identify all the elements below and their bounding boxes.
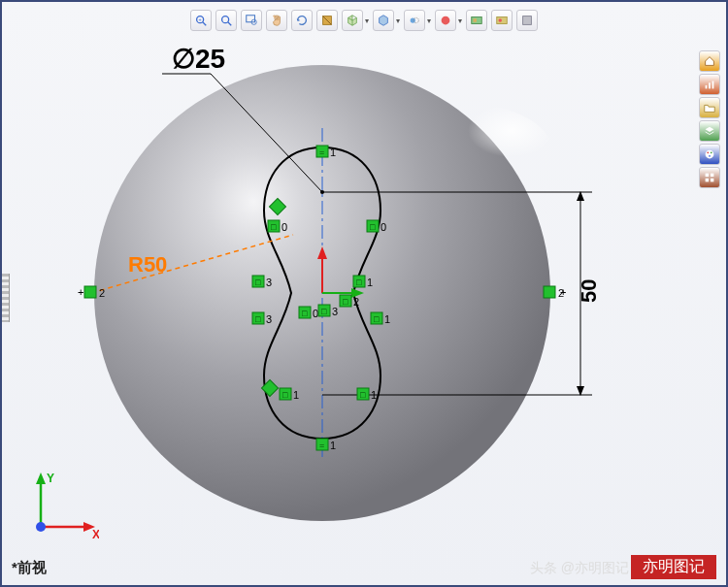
- svg-text:□: □: [282, 390, 288, 400]
- svg-text:□: □: [370, 222, 376, 232]
- svg-text:3: 3: [332, 306, 338, 317]
- svg-text:2: 2: [99, 287, 105, 299]
- svg-text:0: 0: [313, 308, 318, 319]
- svg-rect-24: [706, 174, 710, 178]
- svg-text:1: 1: [293, 389, 299, 401]
- svg-point-3: [222, 16, 229, 23]
- svg-rect-18: [709, 82, 711, 88]
- svg-text:0: 0: [381, 221, 386, 233]
- chart-icon[interactable]: [699, 74, 720, 95]
- dim-height-text: 50: [577, 279, 601, 303]
- svg-text:□: □: [255, 277, 261, 287]
- view-cube-icon[interactable]: [342, 10, 363, 31]
- rotate-icon[interactable]: [291, 10, 313, 31]
- sketch-relation-mid_r1b[interactable]: □1: [371, 312, 390, 325]
- svg-text:3: 3: [266, 277, 272, 288]
- zoom-area-icon[interactable]: [215, 10, 237, 31]
- layers-icon[interactable]: [699, 120, 720, 142]
- svg-line-4: [228, 22, 232, 26]
- svg-point-21: [707, 151, 709, 153]
- sketch-relation-ctr_0[interactable]: □0: [299, 307, 318, 319]
- svg-text:3: 3: [266, 313, 272, 325]
- svg-text:=: =: [319, 440, 324, 450]
- section-icon[interactable]: [316, 10, 338, 31]
- svg-point-20: [706, 150, 714, 159]
- render-icon[interactable]: [491, 10, 513, 31]
- heads-up-toolbar: +▾▾▾▾: [2, 8, 726, 33]
- svg-rect-19: [712, 82, 714, 89]
- svg-text:=: =: [319, 147, 324, 157]
- svg-rect-13: [474, 18, 478, 22]
- app-frame: +▾▾▾▾: [0, 0, 728, 587]
- svg-rect-26: [706, 179, 710, 182]
- svg-text:0: 0: [281, 221, 287, 233]
- view-orientation-label: *前视: [12, 559, 47, 577]
- svg-text:1: 1: [330, 147, 336, 158]
- zoom-fit-icon[interactable]: +: [190, 10, 212, 31]
- svg-rect-17: [706, 85, 708, 89]
- svg-text:+: +: [78, 286, 83, 298]
- svg-rect-78: [84, 286, 96, 298]
- svg-rect-81: [544, 286, 555, 298]
- folder-icon[interactable]: [699, 97, 720, 118]
- hide-show-icon[interactable]: [404, 10, 425, 31]
- graphics-area[interactable]: ∅25 50 R50 =1□0□0□3□1□3□1□0□3□2□1□1=1 2 …: [2, 2, 728, 587]
- panel-splitter[interactable]: [2, 274, 10, 322]
- svg-point-15: [499, 18, 503, 22]
- svg-text:1: 1: [384, 313, 390, 325]
- svg-line-1: [203, 22, 207, 26]
- sketch-relation-btm_r1[interactable]: □1: [357, 388, 377, 401]
- svg-rect-16: [523, 16, 532, 25]
- dropdown-arrow-icon[interactable]: ▾: [458, 16, 462, 25]
- sketch-relation-top_eq[interactable]: =1: [316, 146, 336, 158]
- zoom-window-icon[interactable]: [241, 10, 262, 31]
- svg-point-86: [36, 522, 46, 532]
- svg-text:□: □: [356, 277, 362, 287]
- appearance-icon[interactable]: [435, 10, 456, 31]
- sketch-relation-ctr_2[interactable]: □2: [340, 295, 359, 308]
- sketch-relation-mid_l3a[interactable]: □3: [252, 276, 272, 288]
- settings-icon[interactable]: [516, 10, 538, 31]
- axis-y-label: Y: [47, 472, 54, 485]
- svg-rect-5: [247, 16, 255, 22]
- sketch-relation-mid_r1a[interactable]: □1: [353, 276, 373, 288]
- display-style-icon[interactable]: [373, 10, 394, 31]
- watermark-badge: 亦明图记: [631, 555, 716, 579]
- home-icon[interactable]: [699, 50, 720, 72]
- dropdown-arrow-icon[interactable]: ▾: [427, 16, 431, 25]
- svg-text:2: 2: [353, 296, 359, 308]
- sketch-relation-ctr_3[interactable]: □3: [318, 305, 338, 317]
- svg-text:□: □: [271, 222, 277, 232]
- sketch-relation-btm_l1[interactable]: □1: [280, 388, 299, 401]
- pan-icon[interactable]: [266, 10, 287, 31]
- sketch-point-ext-left[interactable]: 2 +: [78, 286, 105, 299]
- svg-text:□: □: [321, 307, 327, 316]
- svg-text:+: +: [198, 16, 201, 22]
- materials-icon[interactable]: [699, 167, 720, 188]
- svg-point-11: [442, 16, 450, 25]
- svg-point-22: [711, 151, 712, 153]
- svg-text:1: 1: [330, 440, 336, 451]
- sketch-relation-btm_eq[interactable]: =1: [316, 439, 336, 451]
- svg-text:□: □: [374, 314, 380, 324]
- axis-x-label: X: [92, 528, 99, 541]
- svg-text:+: +: [560, 286, 566, 298]
- svg-text:1: 1: [367, 277, 373, 288]
- sketch-point-ext-right[interactable]: 2 +: [544, 286, 566, 299]
- svg-text:□: □: [302, 309, 308, 318]
- svg-rect-27: [711, 179, 714, 182]
- highlight: [381, 104, 555, 211]
- sketch-relation-tan_l0[interactable]: □0: [268, 220, 287, 233]
- dim-radius-text: R50: [128, 252, 167, 277]
- scene-icon[interactable]: [466, 10, 487, 31]
- dropdown-arrow-icon[interactable]: ▾: [396, 16, 400, 25]
- attribution-text: 头条 @亦明图记: [530, 560, 629, 577]
- sketch-relation-tan_r0[interactable]: □0: [367, 220, 386, 233]
- reference-triad[interactable]: X Y: [21, 469, 99, 546]
- svg-rect-25: [711, 174, 714, 178]
- palette-icon[interactable]: [699, 144, 720, 165]
- svg-point-23: [709, 155, 711, 157]
- sketch-relation-mid_l3b[interactable]: □3: [252, 312, 272, 325]
- dropdown-arrow-icon[interactable]: ▾: [365, 16, 369, 25]
- dim-diameter-text: ∅25: [172, 44, 225, 74]
